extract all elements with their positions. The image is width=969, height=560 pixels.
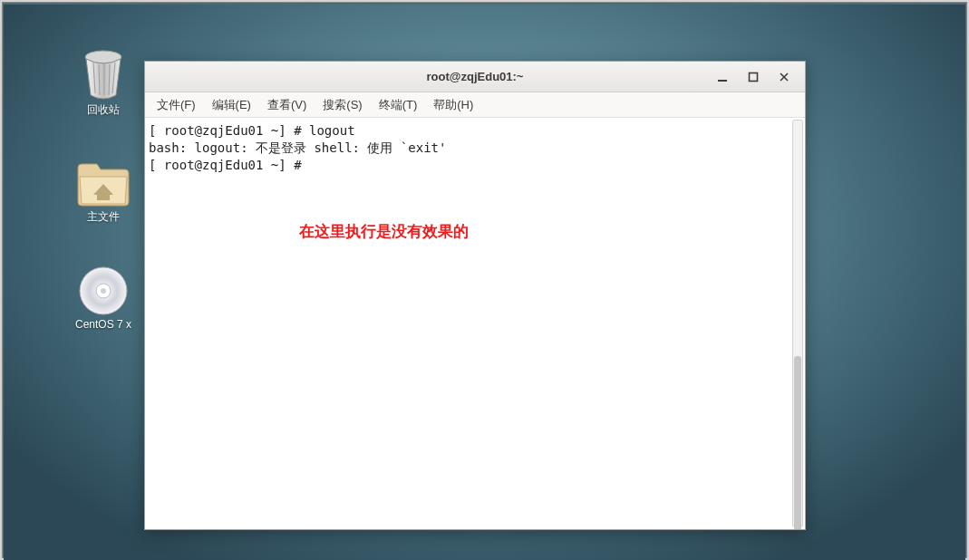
menu-view[interactable]: 查看(V) (261, 94, 313, 116)
terminal-line: bash: logout: 不是登录 shell: 使用 `exit' (149, 140, 446, 155)
menu-file[interactable]: 文件(F) (150, 94, 202, 116)
close-icon (779, 72, 790, 82)
desktop-background: 回收站 主文件 (4, 5, 965, 560)
scrollbar[interactable] (792, 120, 803, 527)
close-button[interactable] (769, 66, 799, 88)
annotation-text: 在这里执行是没有效果的 (299, 222, 469, 243)
svg-rect-9 (718, 80, 727, 82)
menu-terminal[interactable]: 终端(T) (373, 94, 424, 116)
menu-edit[interactable]: 编辑(E) (206, 94, 257, 116)
terminal-line: [ root@zqjEdu01 ~] # (149, 158, 309, 172)
desktop-icons-area: 回收站 主文件 (67, 48, 140, 331)
svg-point-8 (101, 288, 106, 294)
menu-help[interactable]: 帮助(H) (427, 94, 480, 116)
minimize-button[interactable] (707, 66, 738, 88)
scrollbar-thumb[interactable] (794, 356, 801, 529)
titlebar[interactable]: root@zqjEdu01:~ (145, 62, 805, 92)
menu-search[interactable]: 搜索(S) (316, 94, 368, 116)
desktop-icon-label: CentOS 7 x (75, 318, 131, 331)
menubar: 文件(F) 编辑(E) 查看(V) 搜索(S) 终端(T) 帮助(H) (145, 92, 805, 118)
desktop-icon-home-folder[interactable]: 主文件 (67, 159, 140, 225)
terminal-window: root@zqjEdu01:~ 文件(F) 编辑(E) 查看(V) 搜索(S) … (144, 61, 806, 530)
desktop-icon-centos-cd[interactable]: CentOS 7 x (67, 266, 140, 331)
trash-icon (79, 48, 128, 101)
window-title: root@zqjEdu01:~ (427, 70, 524, 83)
minimize-icon (717, 72, 728, 82)
terminal-line: [ root@zqjEdu01 ~] # logout (149, 123, 355, 138)
desktop-icon-trash[interactable]: 回收站 (67, 48, 140, 118)
cd-disc-icon (78, 266, 129, 316)
svg-rect-10 (750, 72, 758, 81)
desktop-icon-label: 回收站 (87, 102, 120, 118)
maximize-icon (748, 72, 759, 82)
maximize-button[interactable] (738, 66, 769, 88)
folder-home-icon (75, 159, 131, 208)
terminal-body[interactable]: [ root@zqjEdu01 ~] # logout bash: logout… (145, 118, 805, 529)
desktop-icon-label: 主文件 (87, 209, 120, 225)
